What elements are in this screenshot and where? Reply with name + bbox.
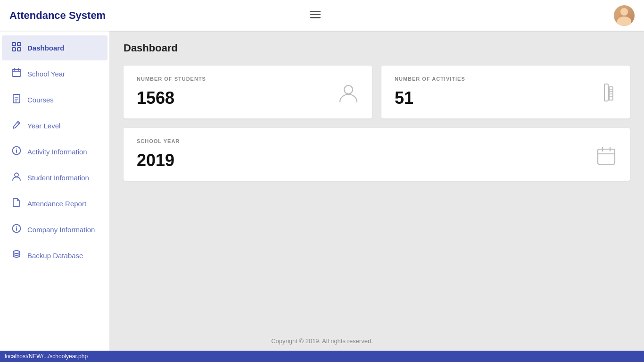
sidebar-item-school-year[interactable]: School Year [2,61,107,86]
sidebar: Dashboard School Year [0,31,109,362]
pencil-icon [11,120,22,132]
sidebar-label-backup-database: Backup Database [27,252,83,260]
stat-cards-row: NUMBER OF STUDENTS 1568 NUMBER OF ACTIVI… [124,66,630,118]
statusbar: localhost/NEW/.../schoolyear.php [0,351,644,362]
svg-rect-3 [12,42,16,46]
calendar-grid-icon [11,68,22,80]
activities-card-value: 51 [395,88,617,108]
svg-point-23 [13,251,20,253]
school-year-card-icon [596,145,617,170]
sidebar-item-attendance-report[interactable]: Attendance Report [2,191,107,216]
hamburger-icon [310,11,321,18]
statusbar-url: localhost/NEW/.../schoolyear.php [5,353,88,360]
students-card-icon [338,83,359,108]
svg-rect-2 [310,17,321,18]
svg-point-19 [15,173,18,177]
sidebar-label-company-information: Company Information [27,226,95,234]
info-small-icon [11,224,22,236]
sidebar-label-school-year: School Year [27,70,65,78]
header: Attendance System [0,0,644,31]
sidebar-item-company-information[interactable]: Company Information [2,217,107,242]
svg-rect-0 [310,11,321,12]
svg-rect-26 [609,87,613,100]
page-title: Dashboard [124,42,630,54]
svg-rect-4 [17,42,21,46]
main-content: Dashboard NUMBER OF STUDENTS 1568 NUMBER… [109,31,644,362]
footer-copyright: Copyright © 2019. All rights reserved. [265,332,379,350]
menu-icon[interactable] [310,10,321,21]
activities-card-label: NUMBER OF ACTIVITIES [395,76,617,82]
sidebar-label-attendance-report: Attendance Report [27,200,86,208]
sidebar-item-student-information[interactable]: Student Information [2,165,107,190]
sidebar-label-dashboard: Dashboard [27,44,64,52]
svg-point-22 [16,227,17,227]
students-card-label: NUMBER OF STUDENTS [137,76,359,82]
svg-rect-6 [17,48,21,51]
svg-point-18 [16,149,17,150]
school-year-card: SCHOOL YEAR 2019 [124,128,630,181]
sidebar-label-student-information: Student Information [27,174,89,182]
database-icon [11,250,22,261]
sidebar-item-year-level[interactable]: Year Level [2,113,107,138]
person-icon [11,172,22,184]
file-icon [11,198,22,210]
avatar[interactable] [614,5,635,26]
activities-card-icon [596,83,617,108]
app-title: Attendance System [9,9,303,22]
info-circle-icon [11,146,22,158]
school-year-card-value: 2019 [137,151,617,170]
activities-card: NUMBER OF ACTIVITIES 51 [381,66,630,118]
students-card: NUMBER OF STUDENTS 1568 [124,66,372,118]
school-year-card-label: SCHOOL YEAR [137,138,617,144]
svg-rect-25 [604,84,608,101]
svg-rect-5 [12,48,16,51]
svg-rect-11 [13,94,20,103]
document-icon [11,94,22,106]
svg-rect-1 [310,14,321,16]
sidebar-label-courses: Courses [27,96,54,104]
svg-point-24 [344,85,353,94]
sidebar-item-activity-information[interactable]: Activity Information [2,139,107,164]
dashboard-icon [11,42,22,54]
sidebar-label-activity-information: Activity Information [27,148,87,156]
svg-rect-31 [598,149,615,164]
sidebar-item-backup-database[interactable]: Backup Database [2,243,107,268]
svg-rect-7 [12,69,21,76]
sidebar-label-year-level: Year Level [27,122,60,130]
layout: Dashboard School Year [0,31,644,362]
sidebar-item-dashboard[interactable]: Dashboard [2,35,107,60]
sidebar-item-courses[interactable]: Courses [2,87,107,112]
students-card-value: 1568 [137,88,359,108]
